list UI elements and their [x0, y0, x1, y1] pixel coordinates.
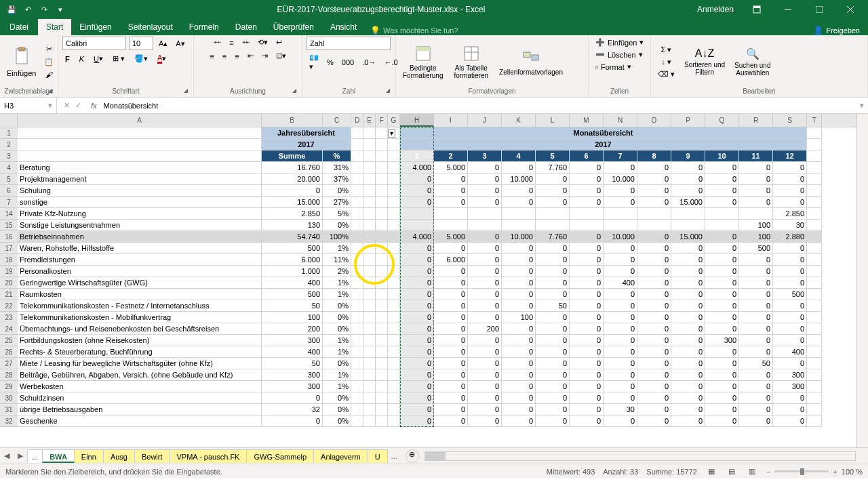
row-header[interactable]: 17	[0, 243, 18, 254]
category-cell[interactable]: Betriebseinnahmen	[18, 231, 262, 243]
minimize-icon[interactable]	[773, 0, 803, 19]
align-bottom-icon[interactable]: ⬵	[239, 37, 252, 48]
format-cells-button[interactable]: ▫ Format ▾	[593, 61, 646, 73]
ribbon-options-icon[interactable]	[742, 0, 772, 19]
zoom-out-icon[interactable]: −	[766, 468, 770, 476]
fx-icon[interactable]: fx	[88, 102, 100, 110]
bold-icon[interactable]: F	[62, 54, 73, 64]
row-header[interactable]: 7	[0, 197, 18, 208]
name-box[interactable]: H3▾	[0, 98, 57, 113]
align-right-icon[interactable]: ≡	[232, 50, 241, 62]
sheet-tab[interactable]: BWA	[42, 449, 75, 463]
font-name-input[interactable]	[62, 37, 126, 50]
category-cell[interactable]: Geschenke	[18, 415, 262, 427]
sheet-tab[interactable]: Anlageverm	[313, 449, 368, 463]
find-select-button[interactable]: 🔍Suchen und Auswählen	[732, 46, 773, 78]
horizontal-scrollbar[interactable]	[425, 451, 856, 461]
fill-icon[interactable]: ↓ ▾	[655, 56, 677, 68]
col-header-A[interactable]: A	[18, 114, 262, 127]
file-tab[interactable]: Datei	[0, 19, 38, 35]
conditional-format-button[interactable]: Bedingte Formatierung	[400, 43, 446, 81]
redo-icon[interactable]: ↷	[37, 2, 52, 17]
sort-filter-button[interactable]: A↓ZSortieren und Filtern	[682, 46, 728, 77]
row-header[interactable]: 15	[0, 220, 18, 231]
decrease-font-icon[interactable]: A▾	[173, 38, 187, 49]
category-cell[interactable]: Personalkosten	[18, 266, 262, 277]
category-cell[interactable]: Rechts- & Steuerberatung, Buchführung	[18, 346, 262, 358]
col-header-F[interactable]: F	[376, 114, 388, 127]
clipboard-launcher-icon[interactable]: ◢	[48, 87, 56, 96]
align-middle-icon[interactable]: ≡	[226, 37, 236, 48]
category-cell[interactable]: Werbekosten	[18, 381, 262, 392]
increase-decimal-icon[interactable]: .0→	[359, 52, 378, 73]
category-cell[interactable]: Raumkosten	[18, 289, 262, 300]
sheet-tab[interactable]: VPMA - pausch.FK	[170, 449, 248, 463]
font-color-icon[interactable]: A▾	[155, 52, 169, 65]
sheet-tab[interactable]: Einn	[74, 449, 104, 463]
cut-icon[interactable]: ✂	[41, 43, 56, 55]
format-as-table-button[interactable]: Als Tabelle formatieren	[451, 43, 491, 81]
select-all-corner[interactable]	[0, 114, 18, 127]
sheet-more-icon[interactable]: ...	[387, 452, 401, 460]
col-header-S[interactable]: S	[773, 114, 807, 127]
insert-cells-button[interactable]: ➕ Einfügen ▾	[593, 37, 646, 48]
underline-icon[interactable]: U ▾	[91, 53, 106, 64]
formula-expand-icon[interactable]: ▾	[856, 101, 868, 110]
zoom-level[interactable]: 100 %	[842, 468, 863, 476]
row-header[interactable]: 16	[0, 231, 18, 243]
col-header-H[interactable]: H	[400, 114, 434, 127]
row-header[interactable]: 1	[0, 127, 18, 139]
category-cell[interactable]: übrige Betriebsausgaben	[18, 404, 262, 415]
wrap-text-icon[interactable]: ↩	[273, 37, 285, 48]
col-header-E[interactable]: E	[363, 114, 376, 127]
sheet-nav-next-icon[interactable]: ▶	[14, 451, 27, 460]
row-header[interactable]: 24	[0, 323, 18, 335]
formula-bar[interactable]	[100, 98, 856, 113]
tab-ansicht[interactable]: Ansicht	[322, 19, 365, 35]
italic-icon[interactable]: K	[77, 54, 87, 64]
row-header[interactable]: 27	[0, 358, 18, 369]
font-launcher-icon[interactable]: ◢	[184, 87, 192, 96]
row-header[interactable]: 32	[0, 415, 18, 427]
sheet-tab[interactable]: ...	[27, 449, 43, 463]
view-pagelayout-icon[interactable]: ▤	[726, 466, 738, 477]
autosum-icon[interactable]: Σ ▾	[655, 44, 677, 56]
row-header[interactable]: 30	[0, 392, 18, 404]
category-cell[interactable]: Beratung	[18, 162, 262, 174]
number-launcher-icon[interactable]: ◢	[386, 87, 394, 96]
merge-icon[interactable]: ⊡▾	[273, 50, 289, 62]
alignment-launcher-icon[interactable]: ◢	[292, 87, 300, 96]
indent-decrease-icon[interactable]: ⇤	[245, 50, 256, 62]
category-cell[interactable]: Beiträge, Gebühren, Abgaben, Versich. (o…	[18, 369, 262, 381]
paste-options-icon[interactable]: ▾	[388, 129, 395, 138]
category-cell[interactable]: Schulung	[18, 185, 262, 197]
zoom-in-icon[interactable]: +	[833, 468, 837, 476]
row-header[interactable]: 20	[0, 277, 18, 289]
category-cell[interactable]: Sonstige Leistungsentnahmen	[18, 220, 262, 231]
delete-cells-button[interactable]: ➖ Löschen ▾	[593, 49, 646, 60]
align-top-icon[interactable]: ⬴	[211, 37, 224, 48]
cancel-formula-icon[interactable]: ✕	[64, 101, 70, 110]
cell-styles-button[interactable]: Zellenformatvorlagen	[496, 47, 566, 77]
col-header-R[interactable]: R	[739, 114, 773, 127]
font-size-input[interactable]	[129, 37, 153, 50]
sheet-tab[interactable]: GWG-Sammelp	[246, 449, 314, 463]
row-header[interactable]: 18	[0, 254, 18, 266]
number-format-select[interactable]	[307, 37, 391, 50]
category-cell[interactable]: Private Kfz-Nutzung	[18, 208, 262, 220]
border-icon[interactable]: ⊞ ▾	[110, 53, 127, 64]
category-cell[interactable]: Miete / Leasing für bewegliche Wirtschaf…	[18, 358, 262, 369]
col-header-N[interactable]: N	[604, 114, 637, 127]
category-cell[interactable]: Projektmanagement	[18, 174, 262, 185]
row-header[interactable]: 25	[0, 335, 18, 346]
col-header-J[interactable]: J	[468, 114, 502, 127]
row-header[interactable]: 28	[0, 369, 18, 381]
row-header[interactable]: 14	[0, 208, 18, 220]
vertical-scrollbar[interactable]	[856, 114, 868, 447]
tellme-search[interactable]: 💡 Was möchten Sie tun?	[365, 26, 463, 35]
category-cell[interactable]: Übernachtungs- und Reisenebenkosten bei …	[18, 323, 262, 335]
save-icon[interactable]: 💾	[4, 2, 19, 17]
category-cell[interactable]: Telekommunikationskosten - Festnetz / In…	[18, 300, 262, 312]
fill-color-icon[interactable]: 🪣▾	[132, 53, 151, 64]
col-header-C[interactable]: C	[323, 114, 351, 127]
